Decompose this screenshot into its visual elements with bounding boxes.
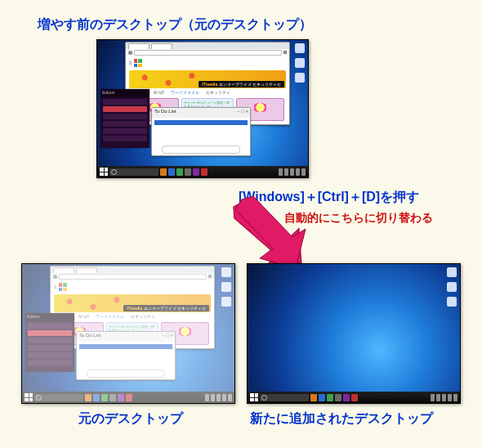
banner-brand: ITmedia [202, 82, 217, 87]
todo-input [162, 146, 240, 154]
open-windows: ≡ ITmedia エンタープライズ セキュリティセ クラウド AI IoT ワ… [100, 42, 305, 164]
chat-channel [103, 128, 147, 134]
wallpaper [248, 264, 460, 403]
todo-title: To Do List [154, 109, 176, 114]
taskbar-app [160, 168, 167, 176]
title-before-desktop: 増やす前のデスクトップ（元のデスクトップ） [38, 16, 312, 34]
taskbar-search [109, 168, 158, 176]
shortcut-label: [Windows]＋[Ctrl]＋[D]を押す [239, 189, 419, 206]
browser-tabs [126, 43, 289, 49]
taskbar-app [185, 168, 191, 176]
taskbar-search [260, 394, 309, 401]
desktop-before: ≡ ITmedia エンタープライズ セキュリティセ クラウド AI IoT ワ… [96, 39, 309, 178]
switch-note: 自動的にこちらに切り替わる [284, 211, 433, 226]
taskbar-app [168, 168, 175, 176]
taskbar-app [176, 168, 183, 176]
svg-marker-0 [233, 198, 301, 267]
start-button-icon [250, 393, 258, 401]
taskbar-app [201, 168, 208, 176]
nav-security: セキュリティ [206, 90, 230, 95]
chat-app-title: Editors [100, 89, 150, 97]
taskbar-app [193, 168, 199, 176]
chat-channel [103, 121, 147, 127]
svg-marker-2 [240, 198, 304, 267]
label-added-desktop: 新たに追加されたデスクトップ [250, 410, 433, 428]
taskbar [248, 392, 460, 403]
chat-channel [103, 136, 147, 141]
site-nav: クラウド AI IoT ワークスタイル セキュリティ [126, 88, 289, 96]
chat-channel [103, 114, 147, 119]
banner-text: エンタープライズ セキュリティセ [219, 82, 281, 87]
site-logo-row: ≡ [126, 56, 289, 70]
label-original-desktop: 元のデスクトップ [78, 410, 183, 428]
chat-channel [103, 99, 147, 105]
dim-overlay [22, 264, 234, 403]
start-button-icon [100, 168, 108, 176]
nav-workstyle: ワークスタイル [171, 90, 199, 95]
ad-banner: ITmedia エンタープライズ セキュリティセ [129, 70, 286, 88]
svg-marker-3 [235, 196, 306, 268]
nav-ai: AI IoT [154, 90, 164, 95]
taskbar [97, 166, 308, 177]
chat-app-window: Editors [100, 89, 150, 148]
window-controls-icon: – □ × [237, 109, 248, 114]
address-bar [126, 49, 289, 56]
desktop-icons [447, 267, 457, 307]
todo-item [154, 120, 248, 125]
desktop-original-dimmed: ≡ ITmedia エンタープライズ セキュリティセ クラウド AI IoT ワ… [21, 263, 235, 404]
todo-window: To Do List– □ × [151, 107, 251, 156]
system-tray [279, 168, 306, 176]
chat-channel-active [103, 106, 147, 112]
desktop-new [247, 263, 461, 404]
